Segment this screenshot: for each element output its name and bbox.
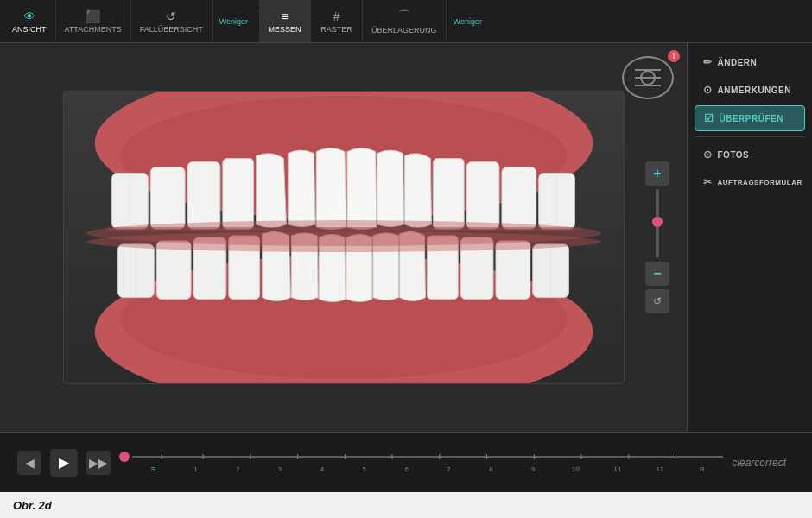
measure-icon: ≡ (281, 9, 288, 23)
photos-icon: ⊙ (703, 148, 713, 161)
sidebar-fotos-button[interactable]: ⊙ FOTOS (695, 142, 805, 167)
overview-icon: ↺ (166, 9, 176, 23)
toolbar-weniger-1[interactable]: Weniger (213, 14, 255, 29)
zoom-track[interactable] (656, 189, 659, 258)
toolbar-falluebersicht[interactable]: ↺ FALLÜBERSICHT (131, 0, 213, 42)
toolbar-attachments-label: ATTACHMENTS (65, 25, 122, 34)
caption-text: Obr. 2d (13, 499, 52, 512)
toolbar-raster-label: RASTER (320, 25, 352, 34)
toolbar-falluebersicht-label: FALLÜBERSICHT (140, 25, 203, 34)
zoom-reset-button[interactable]: ↺ (645, 289, 669, 313)
timeline-progress-bar[interactable] (119, 452, 723, 462)
timeline-position-dot[interactable] (119, 452, 130, 462)
timeline-prev-button[interactable]: ◀ (17, 451, 41, 475)
notes-icon: ⊙ (703, 84, 713, 96)
sidebar-aendern-button[interactable]: ✏ ÄNDERN (695, 50, 805, 74)
svg-rect-14 (466, 162, 499, 230)
toolbar-ansicht-label: ANSICHT (12, 25, 47, 34)
teeth-model-canvas[interactable] (63, 91, 625, 384)
toolbar-separator-1 (257, 9, 257, 35)
toolbar-ueberlagerung[interactable]: ⌒ ÜBERLAGERUNG (363, 0, 447, 42)
timeline-labels: S 1 2 3 4 5 6 7 8 9 10 11 12 R (119, 465, 723, 473)
clearcorrect-logo: clearcorrect (732, 457, 795, 469)
sidebar-auftragsformular-label: AUFTRAGSFORMULAR (718, 179, 802, 186)
sidebar-aendern-label: ÄNDERN (718, 58, 758, 67)
timeline-line[interactable] (132, 456, 723, 458)
sidebar-anmerkungen-label: ANMERKUNGEN (718, 85, 792, 95)
sidebar-divider (695, 136, 805, 137)
right-sidebar: ✏ ÄNDERN ⊙ ANMERKUNGEN ☑ ÜBERPRÜFEN ⊙ FO… (687, 43, 812, 432)
timeline-track[interactable]: S 1 2 3 4 5 6 7 8 9 10 11 12 R (119, 452, 723, 473)
toolbar-messen[interactable]: ≡ MESSEN (259, 0, 311, 42)
toolbar-ueberlagerung-label: ÜBERLAGERUNG (371, 26, 437, 35)
eye-icon: 👁 (23, 9, 35, 23)
toolbar-attachments[interactable]: ⬛ ATTACHMENTS (56, 0, 131, 42)
zoom-in-button[interactable]: + (645, 161, 669, 186)
sidebar-anmerkungen-button[interactable]: ⊙ ANMERKUNGEN (695, 78, 805, 102)
svg-rect-10 (150, 167, 185, 229)
caption-bar: Obr. 2d (0, 492, 812, 518)
overlay-icon: ⌒ (398, 9, 410, 24)
svg-rect-15 (501, 167, 536, 229)
sidebar-ueberpruefen-button[interactable]: ☑ ÜBERPRÜFEN (695, 105, 805, 131)
svg-rect-13 (433, 159, 464, 230)
attachment-icon: ⬛ (86, 9, 100, 23)
sidebar-ueberpruefen-label: ÜBERPRÜFEN (720, 114, 783, 123)
edit-icon: ✏ (703, 56, 713, 68)
check-icon: ☑ (704, 112, 714, 124)
form-icon: ✂ (703, 176, 713, 188)
align-view-icon[interactable] (622, 56, 674, 99)
zoom-slider: + − ↺ (645, 161, 669, 313)
toolbar-raster[interactable]: # RASTER (311, 0, 363, 42)
sidebar-fotos-label: FOTOS (718, 150, 750, 160)
main-toolbar: 👁 ANSICHT ⬛ ATTACHMENTS ↺ FALLÜBERSICHT … (0, 0, 812, 43)
3d-viewport[interactable]: + − ↺ i (0, 43, 687, 432)
toolbar-messen-label: MESSEN (269, 25, 301, 34)
sidebar-auftragsformular-button[interactable]: ✂ AUFTRAGSFORMULAR (695, 170, 805, 194)
main-area: + − ↺ i ✏ ÄNDERN ⊙ ANMERKUNGEN (0, 43, 812, 432)
info-dot-button[interactable]: i (668, 50, 680, 62)
svg-rect-11 (187, 162, 220, 230)
timeline-next-button[interactable]: ▶▶ (86, 451, 111, 475)
grid-icon: # (333, 9, 340, 23)
zoom-handle[interactable] (652, 217, 663, 227)
toolbar-weniger-2[interactable]: Weniger (447, 14, 489, 29)
toolbar-ansicht[interactable]: 👁 ANSICHT (3, 0, 56, 42)
timeline-play-button[interactable]: ▶ (50, 449, 78, 477)
timeline-bar: ◀ ▶ ▶▶ (0, 432, 812, 492)
svg-rect-12 (222, 159, 253, 230)
zoom-out-button[interactable]: − (645, 262, 669, 286)
svg-point-30 (86, 231, 600, 252)
